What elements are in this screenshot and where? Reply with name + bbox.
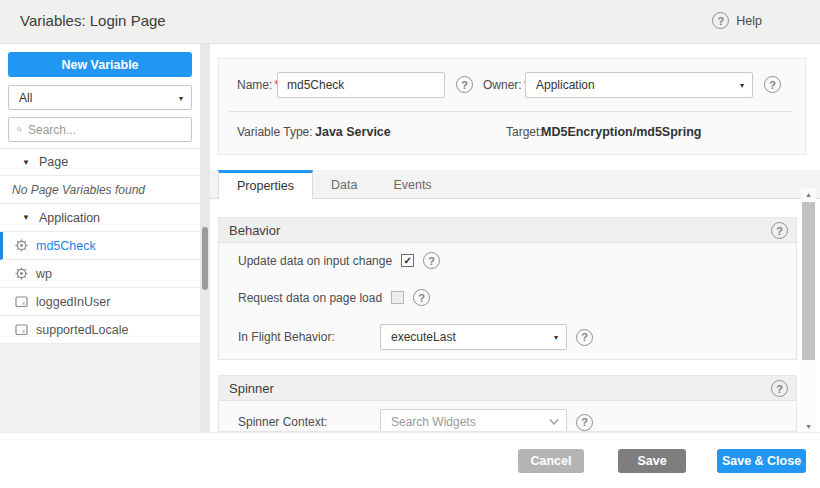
tab-properties[interactable]: Properties (218, 170, 313, 199)
tab-data[interactable]: Data (313, 170, 375, 199)
variable-type-value: Java Service (315, 125, 391, 139)
owner-help-icon[interactable]: ? (764, 76, 781, 93)
service-variable-icon (15, 239, 28, 252)
sidebar-empty-area (0, 344, 200, 432)
content-scrollbar-thumb[interactable] (802, 202, 815, 360)
dialog-footer: Cancel Save Save & Close (0, 432, 820, 488)
sidebar-scrollbar[interactable] (200, 44, 210, 432)
update-on-input-label: Update data on input change (238, 254, 392, 268)
request-on-load-label: Request data on page load (238, 291, 382, 305)
spinner-context-combobox[interactable] (380, 409, 567, 432)
target-label: Target: (506, 125, 543, 139)
spinner-section: Spinner ? Spinner Context: ? (218, 375, 797, 432)
behavior-section-title: Behavior (229, 223, 280, 238)
behavior-section: Behavior ? Update data on input change ✓… (218, 217, 797, 360)
sidebar-scrollbar-thumb[interactable] (202, 227, 208, 290)
chevron-down-icon (549, 418, 559, 426)
variables-tree: ▼ Page No Page Variables found ▼ Applica… (0, 148, 200, 344)
name-field[interactable] (277, 72, 445, 98)
tab-events[interactable]: Events (375, 170, 449, 199)
variable-summary-panel: Name:* ? Owner:* Application ▾ ? Variabl… (218, 58, 806, 155)
owner-label: Owner:* (483, 78, 528, 92)
page-title: Variables: Login Page (20, 12, 166, 29)
update-on-input-checkbox[interactable]: ✓ (401, 254, 414, 267)
spinner-context-label: Spinner Context: (238, 415, 371, 429)
target-value: MD5Encryption/md5Spring (541, 125, 701, 139)
owner-select[interactable]: Application ▾ (525, 72, 753, 98)
variable-item-md5Check[interactable]: md5Check (0, 232, 200, 260)
variables-dialog: Variables: Login Page ? Help New Variabl… (0, 0, 820, 488)
spinner-context-row: Spinner Context: ? (238, 409, 593, 432)
scroll-up-icon[interactable]: ▲ (801, 188, 816, 200)
help-icon[interactable]: ? (712, 12, 729, 29)
search-input[interactable] (28, 123, 183, 137)
variable-item-label: loggedInUser (36, 295, 110, 309)
new-variable-button[interactable]: New Variable (8, 52, 192, 77)
service-variable-icon (15, 267, 28, 280)
search-icon (17, 123, 22, 136)
content-scrollbar[interactable]: ▲ ▼ (801, 188, 816, 432)
caret-down-icon: ▾ (179, 93, 183, 102)
update-on-input-row: Update data on input change ✓ ? (238, 252, 440, 269)
request-on-load-help-icon[interactable]: ? (413, 289, 430, 306)
variable-item-wp[interactable]: wp (0, 260, 200, 288)
scroll-down-icon[interactable]: ▼ (801, 420, 816, 432)
inflight-behavior-help-icon[interactable]: ? (576, 329, 593, 346)
inflight-behavior-select[interactable]: executeLast ▾ (380, 324, 567, 350)
name-help-icon[interactable]: ? (456, 76, 473, 93)
save-and-close-button[interactable]: Save & Close (717, 449, 806, 473)
name-label: Name:* (237, 78, 279, 92)
inflight-behavior-label: In Flight Behavior: (238, 330, 371, 344)
svg-text:x: x (22, 328, 25, 334)
tree-group-label: Application (39, 211, 100, 225)
spinner-context-input[interactable] (381, 415, 531, 429)
divider (229, 111, 793, 112)
static-variable-icon: x (15, 295, 28, 308)
dialog-header: Variables: Login Page ? Help (0, 0, 820, 44)
caret-down-icon: ▾ (554, 333, 558, 342)
tree-group-page[interactable]: ▼ Page (0, 148, 200, 176)
variable-item-label: supportedLocale (36, 323, 128, 337)
spinner-help-icon[interactable]: ? (771, 380, 788, 397)
variable-item-supportedLocale[interactable]: x supportedLocale (0, 316, 200, 344)
static-variable-icon: x (15, 323, 28, 336)
inflight-behavior-row: In Flight Behavior: executeLast ▾ ? (238, 324, 593, 350)
chevron-down-icon[interactable]: ▼ (22, 158, 30, 167)
spinner-context-help-icon[interactable]: ? (576, 414, 593, 431)
spinner-section-header: Spinner ? (219, 376, 796, 401)
behavior-help-icon[interactable]: ? (771, 222, 788, 239)
inflight-behavior-value: executeLast (391, 330, 456, 344)
variable-item-loggedInUser[interactable]: x loggedInUser (0, 288, 200, 316)
spinner-section-title: Spinner (229, 381, 274, 396)
tree-group-application[interactable]: ▼ Application (0, 204, 200, 232)
cancel-button[interactable]: Cancel (518, 449, 584, 473)
variables-sidebar: New Variable All ▾ ▼ Page No Page Variab… (0, 44, 200, 432)
caret-down-icon: ▾ (740, 81, 744, 90)
behavior-section-header: Behavior ? (219, 218, 796, 243)
update-on-input-help-icon[interactable]: ? (423, 252, 440, 269)
variable-item-label: wp (36, 267, 52, 281)
save-button[interactable]: Save (618, 449, 686, 473)
variable-type-label: Variable Type: (237, 125, 313, 139)
editor-tabbar: Properties Data Events (210, 170, 820, 199)
variable-item-label: md5Check (36, 239, 96, 253)
page-variables-empty-message: No Page Variables found (0, 176, 200, 204)
owner-value: Application (536, 78, 595, 92)
help-label[interactable]: Help (736, 14, 762, 28)
tree-group-label: Page (39, 155, 68, 169)
variable-search[interactable] (8, 117, 192, 142)
help-button[interactable]: ? Help (712, 12, 762, 29)
variable-editor-panel: Name:* ? Owner:* Application ▾ ? Variabl… (210, 44, 820, 432)
svg-text:x: x (22, 300, 25, 306)
variable-filter-select[interactable]: All ▾ (8, 85, 192, 110)
request-on-load-row: Request data on page load ? (238, 289, 430, 306)
request-on-load-checkbox[interactable] (391, 291, 404, 304)
chevron-down-icon[interactable]: ▼ (22, 213, 30, 222)
variable-filter-value: All (19, 91, 32, 105)
